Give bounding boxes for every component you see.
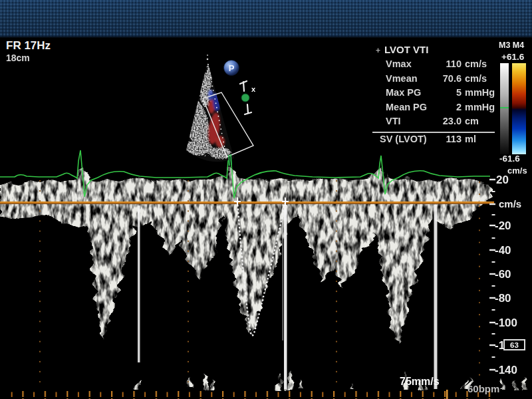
measurement-label: Mean PG xyxy=(386,102,432,112)
measurement-row: VTI 23.0 cm xyxy=(371,116,496,130)
spectral-trace xyxy=(0,166,527,389)
axis-label--40: -40 xyxy=(495,244,511,257)
measurement-value: 23.0 xyxy=(432,116,462,126)
measurement-row: Vmax 110 cm/s xyxy=(371,59,496,73)
focus-dot-icon xyxy=(241,94,249,102)
measurement-unit: mmHg xyxy=(462,102,496,112)
measurement-label: Vmax xyxy=(386,59,432,69)
measurement-unit: cm xyxy=(462,116,496,126)
axis-label--140: -140 xyxy=(495,364,517,377)
color-doppler-bar xyxy=(512,63,526,154)
ultrasound-screen: P x FR 17Hz 18cm +LVOT VTI Vmax 110 cm/s… xyxy=(0,0,532,399)
measurement-value: 110 xyxy=(432,59,462,69)
svg-text:P: P xyxy=(229,63,235,73)
time-scale-ticks xyxy=(4,390,495,399)
grayscale-bar xyxy=(500,63,509,154)
measurement-label: VTI xyxy=(386,116,432,126)
result-unit: ml xyxy=(462,134,496,144)
probe-orientation-icon: P xyxy=(224,61,239,76)
axis-label--20: -20 xyxy=(495,219,511,233)
measurement-unit: cm/s xyxy=(462,73,496,84)
color-scale-max: +61.6 xyxy=(501,52,524,62)
measurement-value: 70.6 xyxy=(432,73,462,84)
frame-rate-label: FR 17Hz xyxy=(6,39,51,53)
axis-label--100: -100 xyxy=(495,317,517,330)
color-scale-min: -61.6 xyxy=(499,154,520,164)
2d-image-thumbnail: P x xyxy=(180,55,256,166)
axis-label-baseline-unit: cm/s xyxy=(499,198,521,209)
measurement-panel: +LVOT VTI Vmax 110 cm/s Vmean 70.6 cm/s … xyxy=(371,44,496,148)
depth-label: 18cm xyxy=(6,53,30,63)
measurement-title: LVOT VTI xyxy=(384,44,428,55)
measurement-unit: mmHg xyxy=(462,87,496,98)
measurement-label: Max PG xyxy=(386,87,432,98)
measurement-row: Vmean 70.6 cm/s xyxy=(371,73,496,88)
measurement-label: Vmean xyxy=(386,73,432,84)
measurement-title-row: +LVOT VTI xyxy=(371,44,496,59)
result-value: 113 xyxy=(432,134,462,144)
transducer-label: M3 M4 xyxy=(499,41,524,50)
heart-rate-label: 60bpm xyxy=(467,383,499,394)
color-scale-unit: cm/s xyxy=(507,166,527,176)
measurement-value: 2 xyxy=(432,102,462,112)
gate-depth-badge: 63 xyxy=(503,339,525,350)
measurement-marker-icon: + xyxy=(376,46,380,55)
result-label: SV (LVOT) xyxy=(380,134,432,144)
cursor-x-mark: x xyxy=(251,85,256,93)
measurement-row: Max PG 5 mmHg xyxy=(371,87,496,102)
axis-label-20: 20 xyxy=(496,174,509,187)
axis-label--60: -60 xyxy=(495,268,511,281)
sweep-speed-label: 75mm/s xyxy=(400,376,440,388)
gray-marker xyxy=(500,107,509,108)
axis-label--80: -80 xyxy=(495,292,511,305)
result-separator xyxy=(372,132,495,133)
measurement-row: Mean PG 2 mmHg xyxy=(371,102,496,116)
measurement-value: 5 xyxy=(432,87,462,98)
measurement-unit: cm/s xyxy=(462,59,496,69)
result-row: SV (LVOT) 113 ml xyxy=(371,134,496,148)
doppler-baseline xyxy=(0,202,494,204)
